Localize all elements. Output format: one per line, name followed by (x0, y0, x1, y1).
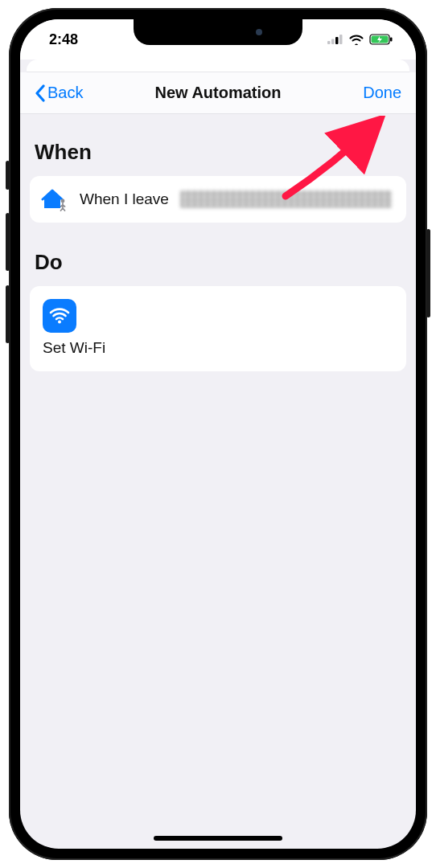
battery-charging-icon (369, 34, 393, 45)
phone-frame: 2:48 (9, 8, 427, 860)
svg-rect-0 (327, 41, 331, 44)
back-button[interactable]: Back (35, 84, 83, 102)
svg-rect-3 (339, 35, 343, 44)
volume-down-button (6, 285, 10, 343)
wifi-icon (348, 34, 364, 45)
wifi-action-icon (43, 299, 76, 333)
svg-point-7 (61, 199, 65, 203)
svg-rect-1 (331, 39, 335, 45)
modal-sheet-back (27, 59, 409, 72)
volume-up-button (6, 213, 10, 271)
screen: 2:48 (20, 19, 416, 849)
svg-point-8 (58, 321, 61, 324)
page-title: New Automation (154, 84, 281, 102)
do-card[interactable]: Set Wi-Fi (30, 286, 406, 371)
when-card[interactable]: When I leave (30, 176, 406, 223)
notch (134, 19, 302, 45)
status-time: 2:48 (49, 31, 78, 48)
svg-rect-2 (335, 37, 339, 44)
nav-bar: Back New Automation Done (20, 72, 416, 114)
done-button[interactable]: Done (363, 84, 401, 102)
content-area: When When I leave Do (20, 114, 416, 371)
when-text: When I leave (80, 190, 169, 208)
status-right (327, 34, 393, 45)
do-header: Do (30, 223, 406, 286)
home-indicator[interactable] (154, 836, 282, 841)
camera-dot (256, 29, 262, 35)
power-button (426, 229, 430, 317)
leave-home-icon (41, 187, 68, 211)
chevron-left-icon (35, 84, 46, 102)
side-button (6, 161, 10, 190)
redacted-location (180, 190, 392, 208)
do-action-label: Set Wi-Fi (43, 339, 393, 357)
svg-rect-6 (390, 38, 393, 42)
cellular-icon (327, 34, 343, 45)
when-header: When (30, 130, 406, 176)
back-label: Back (47, 84, 83, 102)
